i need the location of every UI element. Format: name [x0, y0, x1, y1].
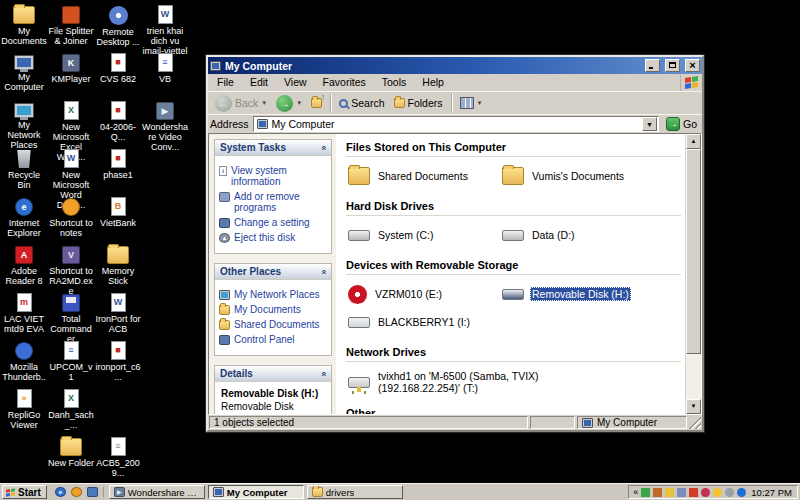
tray-audio-icon[interactable] — [689, 488, 698, 497]
tray-smiley-icon[interactable] — [713, 488, 722, 497]
scrollbar-track[interactable] — [686, 354, 701, 399]
clock[interactable]: 10:27 PM — [751, 487, 792, 498]
sidebar-link[interactable]: ▲Eject this disk — [219, 232, 328, 243]
tray-bluetooth-icon[interactable] — [737, 488, 746, 497]
folders-button[interactable]: Folders — [391, 96, 446, 110]
vertical-scrollbar[interactable]: ▲ ▼ — [685, 134, 701, 414]
desktop-icon[interactable]: ■04-2006-Q... — [95, 102, 141, 143]
menu-items: FileEditViewFavoritesToolsHelp — [209, 75, 452, 90]
desktop-icon[interactable]: AAdobe Reader 8 — [1, 246, 47, 287]
address-dropdown-button[interactable]: ▼ — [642, 117, 657, 131]
search-button[interactable]: Search — [336, 96, 387, 110]
pane-header[interactable]: Details« — [215, 366, 331, 382]
menu-help[interactable]: Help — [414, 75, 452, 90]
menu-favorites[interactable]: Favorites — [315, 75, 374, 90]
desktop-icon[interactable]: ≡UPCOM_v1 — [48, 342, 94, 383]
up-button[interactable] — [308, 97, 325, 109]
close-button[interactable] — [685, 59, 700, 72]
desktop-icon[interactable]: KKMPlayer — [48, 54, 94, 85]
menu-file[interactable]: File — [209, 75, 242, 90]
drive-item[interactable]: VZRM010 (E:) — [348, 282, 498, 306]
start-button[interactable]: Start — [2, 485, 47, 499]
notes-icon[interactable] — [71, 487, 82, 497]
maximize-button[interactable] — [665, 59, 680, 72]
desktop-icon[interactable]: Wtrien khai dich vu imail-viettel — [142, 6, 188, 57]
minimize-button[interactable] — [645, 59, 660, 72]
drive-item[interactable]: Removable Disk (H:) — [502, 282, 681, 306]
desktop-icon[interactable]: Mozilla Thunderb... — [1, 342, 47, 393]
window-titlebar[interactable]: My Computer — [208, 57, 702, 74]
go-button[interactable]: → Go — [663, 116, 700, 132]
desktop-icon[interactable]: VShortcut to RA2MD.exe — [48, 246, 94, 297]
desktop-icon[interactable]: ■phase1 — [95, 150, 141, 181]
drive-item[interactable]: System (C:) — [348, 223, 498, 247]
drive-item[interactable]: BLACKBERRY1 (I:) — [348, 310, 498, 334]
pane-header[interactable]: Other Places« — [215, 264, 331, 280]
pane-header[interactable]: System Tasks« — [215, 140, 331, 156]
desktop[interactable]: My DocumentsFile Splitter & JoinerRemote… — [0, 0, 800, 500]
tray-orange-icon[interactable] — [653, 488, 662, 497]
sidebar-link[interactable]: Add or remove programs — [219, 191, 328, 213]
sidebar-link[interactable]: My Documents — [219, 304, 328, 315]
desktop-icon[interactable]: Total Commander — [48, 294, 94, 345]
desktop-icon[interactable]: eInternet Explorer — [1, 198, 47, 239]
views-button[interactable]: ▼ — [457, 96, 486, 110]
desktop-icon[interactable]: ■ironport_c6... — [95, 342, 141, 383]
sidebar-link[interactable]: Change a setting — [219, 217, 328, 228]
back-button[interactable]: Back ▼ — [212, 94, 270, 113]
hdd-icon — [502, 230, 524, 241]
desktop-icon[interactable]: Recycle Bin — [1, 150, 47, 191]
desktop-icon[interactable]: »RepliGo Viewer — [1, 390, 47, 431]
scrollbar-thumb[interactable] — [686, 149, 701, 354]
drive-item[interactable]: Data (D:) — [502, 223, 681, 247]
desktop-icon[interactable]: ≡VB — [142, 54, 188, 85]
status-zone: My Computer — [577, 416, 687, 429]
show-desktop-icon[interactable] — [87, 487, 98, 497]
desktop-icon[interactable]: ▶Wondershare Video Conv... — [142, 102, 188, 153]
desktop-icon[interactable]: My Documents — [1, 6, 47, 47]
folders-icon — [394, 98, 405, 108]
desktop-icon[interactable]: WIronPort for ACB — [95, 294, 141, 335]
taskbar-button[interactable]: drivers — [307, 485, 403, 499]
desktop-icon[interactable]: XDanh_sach_... — [48, 390, 94, 431]
desktop-icon[interactable]: BVietBank — [95, 198, 141, 229]
drive-item[interactable]: Vumis's Documents — [502, 164, 681, 188]
taskbar-button[interactable]: My Computer — [208, 485, 304, 499]
desktop-icon[interactable]: Remote Desktop ... — [95, 6, 141, 48]
tray-mail-icon[interactable] — [665, 488, 674, 497]
desktop-icon[interactable]: Shortcut to notes — [48, 198, 94, 239]
sidebar-link-label: My Documents — [234, 304, 301, 315]
tray-network-icon[interactable] — [725, 488, 734, 497]
menu-view[interactable]: View — [276, 75, 315, 90]
scroll-up-icon[interactable]: ▲ — [686, 134, 701, 149]
ie-icon[interactable]: e — [55, 487, 66, 497]
scroll-down-icon[interactable]: ▼ — [686, 399, 701, 414]
desktop-icon[interactable]: My Computer — [1, 54, 47, 93]
sidebar-link[interactable]: Control Panel — [219, 334, 328, 345]
menu-edit[interactable]: Edit — [242, 75, 276, 90]
taskbar-button[interactable]: ▶Wondershare Video Con... — [109, 485, 205, 499]
sidebar-link[interactable]: My Network Places — [219, 289, 328, 300]
desktop-icon[interactable]: New Folder — [48, 438, 94, 469]
desktop-icon[interactable]: mLAC VIET mtd9 EVA — [1, 294, 47, 335]
resize-grip[interactable] — [689, 416, 701, 429]
menu-tools[interactable]: Tools — [374, 75, 415, 90]
details-name: Removable Disk (H:) — [221, 388, 328, 399]
desktop-icon[interactable]: My Network Places — [1, 102, 47, 151]
tray-overflow-chevron[interactable]: « — [633, 488, 638, 497]
desktop-icon[interactable]: ■CVS 682 — [95, 54, 141, 85]
desktop-icon[interactable]: ≡ACB5_2009... — [95, 438, 141, 479]
tray-security-icon[interactable] — [701, 488, 710, 497]
network-icon — [219, 290, 230, 300]
desktop-icon[interactable]: Memory Stick — [95, 246, 141, 287]
recycle-icon — [16, 150, 32, 168]
sidebar-link[interactable]: Shared Documents — [219, 319, 328, 330]
address-combo[interactable]: My Computer ▼ — [253, 116, 659, 132]
tray-display-icon[interactable] — [677, 488, 686, 497]
tray-green-icon[interactable] — [641, 488, 650, 497]
sidebar-link[interactable]: iView system information — [219, 165, 328, 187]
desktop-icon[interactable]: File Splitter & Joiner — [48, 6, 94, 47]
forward-button[interactable]: ▼ — [273, 94, 305, 113]
drive-item[interactable]: tvixhd1 on 'M-6500 (Samba, TVIX) (192.16… — [348, 369, 681, 395]
drive-item[interactable]: Shared Documents — [348, 164, 498, 188]
